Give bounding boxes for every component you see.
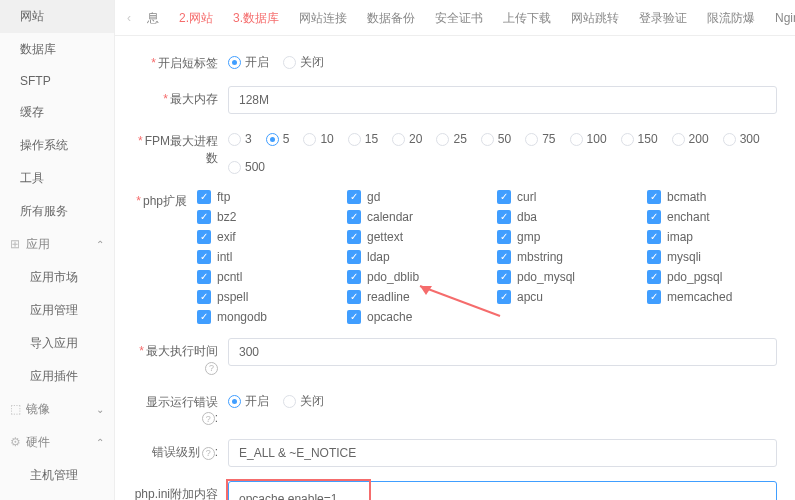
input-maxexec[interactable] <box>228 338 777 366</box>
check-ext-enchant[interactable]: enchant <box>647 210 777 224</box>
checkbox-icon <box>647 230 661 244</box>
input-errlevel[interactable] <box>228 439 777 467</box>
check-ext-opcache[interactable]: opcache <box>347 310 477 324</box>
checkbox-icon <box>647 210 661 224</box>
radio-fpm-300[interactable]: 300 <box>723 132 760 146</box>
label-maxmem: 最大内存 <box>133 86 228 108</box>
check-ext-mbstring[interactable]: mbstring <box>497 250 627 264</box>
tab-db[interactable]: 3.数据库 <box>223 0 289 36</box>
sidebar-item-appmgr[interactable]: 应用管理 <box>0 294 114 327</box>
checkbox-icon <box>347 190 361 204</box>
radio-fpm-5[interactable]: 5 <box>266 132 290 146</box>
check-ext-pdo_pgsql[interactable]: pdo_pgsql <box>647 270 777 284</box>
tab-ratelimit[interactable]: 限流防爆 <box>697 0 765 36</box>
tab-prev[interactable]: ‹ <box>121 11 137 25</box>
sidebar-item-site[interactable]: 网站 <box>0 0 114 33</box>
help-icon[interactable]: ? <box>202 412 215 425</box>
check-ext-pdo_dblib[interactable]: pdo_dblib <box>347 270 477 284</box>
check-ext-gd[interactable]: gd <box>347 190 477 204</box>
check-ext-readline[interactable]: readline <box>347 290 477 304</box>
check-ext-memcached[interactable]: memcached <box>647 290 777 304</box>
radio-fpm-150[interactable]: 150 <box>621 132 658 146</box>
radio-fpm-75[interactable]: 75 <box>525 132 555 146</box>
check-ext-ldap[interactable]: ldap <box>347 250 477 264</box>
check-ext-bz2[interactable]: bz2 <box>197 210 327 224</box>
tab-bar: ‹ 息 2.网站 3.数据库 网站连接 数据备份 安全证书 上传下载 网站跳转 … <box>115 0 795 36</box>
checkbox-icon <box>647 250 661 264</box>
check-ext-gmp[interactable]: gmp <box>497 230 627 244</box>
help-icon[interactable]: ? <box>202 447 215 460</box>
tab-redirect[interactable]: 网站跳转 <box>561 0 629 36</box>
radio-fpm-500[interactable]: 500 <box>228 160 265 174</box>
check-ext-intl[interactable]: intl <box>197 250 327 264</box>
chevron-down-icon: ⌄ <box>96 404 104 415</box>
check-ext-calendar[interactable]: calendar <box>347 210 477 224</box>
radio-fpm-20[interactable]: 20 <box>392 132 422 146</box>
radio-fpm-3[interactable]: 3 <box>228 132 252 146</box>
label-shorttag: 开启短标签 <box>133 50 228 72</box>
radio-err-on[interactable]: 开启 <box>228 393 269 410</box>
ext-grid: ftpgdcurlbcmathbz2calendardbaenchantexif… <box>197 188 777 324</box>
sidebar-item-db[interactable]: 数据库 <box>0 33 114 66</box>
check-ext-pdo_mysql[interactable]: pdo_mysql <box>497 270 627 284</box>
checkbox-icon <box>497 250 511 264</box>
radio-fpm-10[interactable]: 10 <box>303 132 333 146</box>
tab-site[interactable]: 2.网站 <box>169 0 223 36</box>
fpm-options: 35101520255075100150200300500 <box>228 128 777 174</box>
check-ext-mongodb[interactable]: mongodb <box>197 310 327 324</box>
sidebar-item-plugin[interactable]: 应用插件 <box>0 360 114 393</box>
sidebar-item-os[interactable]: 操作系统 <box>0 129 114 162</box>
check-ext-exif[interactable]: exif <box>197 230 327 244</box>
help-icon[interactable]: ? <box>205 362 218 375</box>
radio-fpm-25[interactable]: 25 <box>436 132 466 146</box>
checkbox-icon <box>497 230 511 244</box>
radio-fpm-15[interactable]: 15 <box>348 132 378 146</box>
radio-fpm-100[interactable]: 100 <box>570 132 607 146</box>
textarea-ini[interactable]: opcache.enable=1 opcache.jit_buffer_size… <box>228 481 777 500</box>
checkbox-icon <box>347 250 361 264</box>
checkbox-icon <box>497 190 511 204</box>
label-maxexec: 最大执行时间? <box>133 338 228 375</box>
sidebar-item-sftp[interactable]: SFTP <box>0 66 114 96</box>
check-ext-imap[interactable]: imap <box>647 230 777 244</box>
sidebar-item-import[interactable]: 导入应用 <box>0 327 114 360</box>
input-maxmem[interactable] <box>228 86 777 114</box>
tab-ssl[interactable]: 安全证书 <box>425 0 493 36</box>
sidebar-item-market[interactable]: 应用市场 <box>0 261 114 294</box>
check-ext-pspell[interactable]: pspell <box>197 290 327 304</box>
check-ext-pcntl[interactable]: pcntl <box>197 270 327 284</box>
radio-shorttag-on[interactable]: 开启 <box>228 54 269 71</box>
check-ext-ftp[interactable]: ftp <box>197 190 327 204</box>
tab-connect[interactable]: 网站连接 <box>289 0 357 36</box>
sidebar-item-services[interactable]: 所有服务 <box>0 195 114 228</box>
tab-auth[interactable]: 登录验证 <box>629 0 697 36</box>
tab-upload[interactable]: 上传下载 <box>493 0 561 36</box>
chevron-up-icon: ⌃ <box>96 437 104 448</box>
check-ext-curl[interactable]: curl <box>497 190 627 204</box>
tab-backup[interactable]: 数据备份 <box>357 0 425 36</box>
checkbox-icon <box>347 210 361 224</box>
checkbox-icon <box>497 290 511 304</box>
tab-info[interactable]: 息 <box>137 0 169 36</box>
sidebar-item-tools[interactable]: 工具 <box>0 162 114 195</box>
check-ext-mysqli[interactable]: mysqli <box>647 250 777 264</box>
sidebar-group-mirror[interactable]: ⬚镜像⌄ <box>0 393 114 426</box>
label-fpm: FPM最大进程数 <box>133 128 228 167</box>
check-ext-bcmath[interactable]: bcmath <box>647 190 777 204</box>
checkbox-icon <box>647 190 661 204</box>
tab-nginx[interactable]: Nginx配置 <box>765 0 795 36</box>
radio-fpm-50[interactable]: 50 <box>481 132 511 146</box>
sidebar-group-hw[interactable]: ⚙硬件⌃ <box>0 426 114 459</box>
check-ext-dba[interactable]: dba <box>497 210 627 224</box>
sidebar-group-app[interactable]: ⊞应用⌃ <box>0 228 114 261</box>
sidebar-item-host[interactable]: 主机管理 <box>0 459 114 492</box>
check-ext-gettext[interactable]: gettext <box>347 230 477 244</box>
check-ext-apcu[interactable]: apcu <box>497 290 627 304</box>
sidebar-item-cache[interactable]: 缓存 <box>0 96 114 129</box>
checkbox-icon <box>347 310 361 324</box>
sidebar-item-cluster[interactable]: 集群管理 <box>0 492 114 500</box>
radio-fpm-200[interactable]: 200 <box>672 132 709 146</box>
radio-err-off[interactable]: 关闭 <box>283 393 324 410</box>
checkbox-icon <box>197 310 211 324</box>
radio-shorttag-off[interactable]: 关闭 <box>283 54 324 71</box>
